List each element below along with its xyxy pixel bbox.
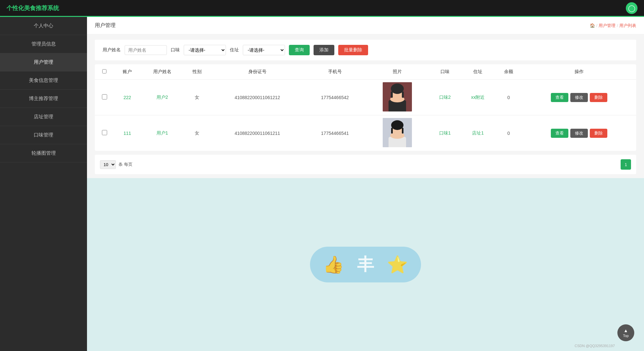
row2-taste: 口味1 <box>429 115 461 151</box>
page-1-btn[interactable]: 1 <box>621 159 631 170</box>
col-actions: 操作 <box>522 64 636 80</box>
row1-checkbox-cell <box>95 80 114 115</box>
breadcrumb-part2: 用户列表 <box>619 23 636 29</box>
pagination-bar: 10 20 50 条 每页 1 <box>95 155 636 174</box>
col-idcard: 身份证号 <box>210 64 304 80</box>
back-to-top-button[interactable]: ▲ Top <box>617 324 634 341</box>
sidebar-item-user-mgmt[interactable]: 用户管理 <box>0 53 87 72</box>
query-button[interactable]: 查询 <box>289 45 310 55</box>
add-button[interactable]: 添加 <box>314 45 334 55</box>
col-gender: 性别 <box>184 64 210 80</box>
table-row: 222 用户2 女 410882200011061212 17754466542 <box>95 80 636 115</box>
row2-checkbox[interactable] <box>102 130 107 135</box>
svg-rect-13 <box>402 128 403 134</box>
taste-label: 口味 <box>171 47 180 53</box>
back-to-top-label: Top <box>623 334 629 338</box>
breadcrumb: 🏠 / 用户管理 / 用户列表 <box>590 23 636 29</box>
breadcrumb-sep1: / <box>596 23 598 28</box>
taste-select[interactable]: -请选择- 口味1 口味2 <box>184 45 226 55</box>
svg-point-11 <box>391 120 403 130</box>
row2-idcard: 410882200011061211 <box>210 115 304 151</box>
username-input[interactable] <box>125 45 167 55</box>
thumbs-up-icon: 👍 <box>323 255 344 275</box>
icon-pill: 👍 丰 ⭐ <box>310 247 421 282</box>
col-address: 住址 <box>461 64 496 80</box>
row2-view-btn[interactable]: 查看 <box>551 129 568 138</box>
select-all-checkbox[interactable] <box>102 69 106 73</box>
home-icon[interactable]: 🏠 <box>590 23 595 28</box>
row1-view-btn[interactable]: 查看 <box>551 93 568 102</box>
row2-address: 店址1 <box>461 115 496 151</box>
row1-username: 用户2 <box>141 80 184 115</box>
breadcrumb-sep2: / <box>617 23 618 28</box>
app-title: 个性化美食推荐系统 <box>6 4 59 12</box>
row1-photo <box>365 80 429 115</box>
address-label: 住址 <box>230 47 239 53</box>
row1-actions: 查看 修改 删除 <box>522 80 636 115</box>
row1-photo-img <box>383 82 412 111</box>
svg-rect-12 <box>391 128 393 134</box>
per-page-select[interactable]: 10 20 50 <box>100 160 116 169</box>
sidebar-item-personal[interactable]: 个人中心 <box>0 17 87 35</box>
sidebar-item-blogger[interactable]: 博主推荐管理 <box>0 90 87 108</box>
watermark: CSDN @QQ3295391197 <box>575 344 615 348</box>
row1-account: 222 <box>114 80 141 115</box>
bottom-decoration: 👍 丰 ⭐ <box>87 178 644 351</box>
table-header-row: 账户 用户姓名 性别 身份证号 手机号 照片 口味 住址 余额 操作 <box>95 64 636 80</box>
row1-gender: 女 <box>184 80 210 115</box>
row2-delete-btn[interactable]: 删除 <box>590 129 607 138</box>
breadcrumb-part1: 用户管理 <box>599 23 615 29</box>
row1-edit-btn[interactable]: 修改 <box>570 93 588 102</box>
col-balance: 余额 <box>495 64 522 80</box>
col-checkbox <box>95 64 114 80</box>
row2-photo-img <box>383 118 412 147</box>
sidebar-item-food-info[interactable]: 美食信息管理 <box>0 72 87 90</box>
sidebar-item-taste[interactable]: 口味管理 <box>0 126 87 144</box>
row1-checkbox[interactable] <box>102 94 107 99</box>
page-header: 用户管理 🏠 / 用户管理 / 用户列表 <box>87 17 644 34</box>
row1-address: xx附近 <box>461 80 496 115</box>
user-avatar[interactable]: ◯ <box>626 2 638 14</box>
col-account: 账户 <box>114 64 141 80</box>
page-title: 用户管理 <box>95 22 116 29</box>
username-label: 用户姓名 <box>103 47 121 53</box>
row1-taste: 口味2 <box>429 80 461 115</box>
table-row: 111 用户1 女 410882200011061211 17754466541 <box>95 115 636 151</box>
col-taste: 口味 <box>429 64 461 80</box>
row2-checkbox-cell <box>95 115 114 151</box>
sidebar-item-carousel[interactable]: 轮播图管理 <box>0 144 87 162</box>
row2-balance: 0 <box>495 115 522 151</box>
address-select[interactable]: -请选择- xx附近 店址1 <box>243 45 285 55</box>
content: 用户管理 🏠 / 用户管理 / 用户列表 用户姓名 口味 -请选择- 口味1 口… <box>87 17 644 351</box>
col-photo: 照片 <box>365 64 429 80</box>
row2-edit-btn[interactable]: 修改 <box>570 129 588 138</box>
batch-delete-button[interactable]: 批量删除 <box>338 45 368 55</box>
row1-balance: 0 <box>495 80 522 115</box>
row1-delete-btn[interactable]: 删除 <box>590 93 607 102</box>
row2-account: 111 <box>114 115 141 151</box>
back-to-top-arrow: ▲ <box>624 328 628 333</box>
svg-rect-5 <box>391 91 393 98</box>
row1-idcard: 410882200011061212 <box>210 80 304 115</box>
col-username: 用户姓名 <box>141 64 184 80</box>
row2-photo <box>365 115 429 151</box>
filter-bar: 用户姓名 口味 -请选择- 口味1 口味2 住址 -请选择- xx附近 店址1 … <box>95 40 636 60</box>
sidebar-item-store[interactable]: 店址管理 <box>0 108 87 126</box>
sidebar: 个人中心 管理员信息 用户管理 美食信息管理 博主推荐管理 店址管理 口味管理 … <box>0 17 87 351</box>
sidebar-item-admin-info[interactable]: 管理员信息 <box>0 35 87 53</box>
col-phone: 手机号 <box>304 64 365 80</box>
star-icon: ⭐ <box>387 255 408 275</box>
user-table: 账户 用户姓名 性别 身份证号 手机号 照片 口味 住址 余额 操作 <box>95 64 636 151</box>
row2-actions: 查看 修改 删除 <box>522 115 636 151</box>
main-layout: 个人中心 管理员信息 用户管理 美食信息管理 博主推荐管理 店址管理 口味管理 … <box>0 17 644 351</box>
svg-rect-6 <box>402 91 404 98</box>
row2-username: 用户1 <box>141 115 184 151</box>
row1-phone: 17754466542 <box>304 80 365 115</box>
header: 个性化美食推荐系统 ◯ <box>0 0 644 17</box>
row2-gender: 女 <box>184 115 210 151</box>
per-page-label: 条 每页 <box>118 162 132 167</box>
person-icon: 丰 <box>357 253 374 276</box>
row2-phone: 17754466541 <box>304 115 365 151</box>
table-container: 账户 用户姓名 性别 身份证号 手机号 照片 口味 住址 余额 操作 <box>95 64 636 151</box>
